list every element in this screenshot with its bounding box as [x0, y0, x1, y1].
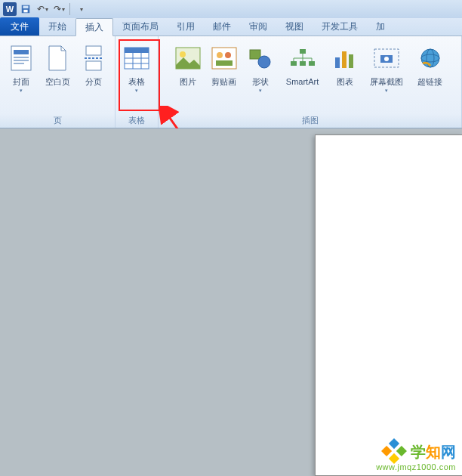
- svg-rect-29: [342, 51, 346, 68]
- svg-rect-1: [23, 6, 29, 9]
- button-label: SmartArt: [286, 77, 319, 87]
- svg-rect-24: [300, 49, 306, 54]
- chart-icon: [333, 42, 357, 74]
- svg-rect-5: [14, 57, 29, 58]
- page-break-button[interactable]: 分页: [77, 39, 110, 90]
- svg-rect-11: [125, 48, 149, 53]
- hyperlink-icon: [419, 42, 442, 74]
- svg-rect-8: [86, 46, 101, 55]
- tab-insert[interactable]: 插入: [75, 18, 113, 36]
- svg-rect-21: [216, 60, 233, 66]
- cover-page-button[interactable]: 封面 ▾: [5, 39, 38, 97]
- tab-page-layout[interactable]: 页面布局: [113, 17, 168, 36]
- page-break-icon: [83, 42, 104, 74]
- svg-point-33: [384, 57, 389, 61]
- chevron-down-icon: ▾: [62, 6, 65, 13]
- qat-customize-button[interactable]: ▾: [73, 2, 88, 16]
- group-items: 封面 ▾ 空白页 分页: [5, 39, 110, 113]
- group-label: 插图: [302, 113, 319, 126]
- button-label: 形状: [252, 77, 269, 87]
- shapes-icon: [248, 42, 273, 74]
- chevron-down-icon: ▾: [80, 6, 83, 13]
- svg-point-23: [258, 56, 270, 68]
- document-area: [0, 128, 462, 476]
- title-bar: W ↶▾ ↷▾ ▾: [0, 0, 462, 18]
- chevron-down-icon: ▾: [45, 6, 48, 13]
- button-label: 分页: [85, 77, 102, 87]
- smartart-button[interactable]: SmartArt: [280, 39, 325, 90]
- table-button[interactable]: 表格 ▾: [120, 39, 153, 97]
- qat-undo-button[interactable]: ↶▾: [35, 2, 50, 16]
- button-label: 剪贴画: [211, 77, 236, 87]
- qat-redo-button[interactable]: ↷▾: [51, 2, 66, 16]
- chevron-down-icon: ▾: [20, 88, 23, 94]
- table-icon: [124, 42, 149, 74]
- svg-rect-9: [86, 61, 101, 70]
- button-label: 空白页: [45, 77, 70, 87]
- watermark-brand: 学知网: [376, 439, 456, 462]
- button-label: 表格: [128, 77, 145, 87]
- tab-file[interactable]: 文件: [0, 17, 39, 36]
- group-label: 表格: [128, 113, 145, 126]
- svg-rect-22: [250, 50, 260, 59]
- tab-addins[interactable]: 加: [367, 17, 394, 36]
- svg-rect-28: [335, 57, 340, 68]
- svg-rect-26: [300, 61, 306, 66]
- chevron-down-icon: ▾: [259, 88, 262, 94]
- clipart-icon: [211, 42, 237, 74]
- watermark: 学知网 www.jmqz1000.com: [376, 439, 456, 471]
- watermark-logo-icon: [381, 438, 407, 464]
- svg-point-19: [217, 52, 223, 58]
- group-pages: 封面 ▾ 空白页 分页 页: [0, 36, 116, 128]
- svg-rect-30: [349, 54, 353, 68]
- blank-page-icon: [47, 42, 68, 74]
- chevron-down-icon: ▾: [135, 88, 138, 94]
- tab-mailings[interactable]: 邮件: [204, 17, 240, 36]
- clipart-button[interactable]: 剪贴画: [208, 39, 241, 90]
- qat-separator: [69, 3, 70, 15]
- group-tables: 表格 ▾ 表格: [116, 36, 159, 128]
- button-label: 屏幕截图: [370, 77, 403, 87]
- svg-rect-25: [291, 61, 297, 66]
- watermark-url: www.jmqz1000.com: [376, 462, 456, 471]
- svg-rect-27: [309, 61, 315, 66]
- qat-save-button[interactable]: [18, 2, 33, 16]
- svg-rect-4: [14, 50, 29, 54]
- tab-view[interactable]: 视图: [276, 17, 313, 36]
- group-illustrations: 图片 剪贴画 形状 ▾ SmartArt: [159, 36, 462, 128]
- svg-rect-6: [14, 60, 29, 61]
- group-label: 页: [54, 113, 62, 126]
- ribbon-tabs: 文件 开始 插入 页面布局 引用 邮件 审阅 视图 开发工具 加: [0, 18, 462, 36]
- blank-page-button[interactable]: 空白页: [41, 39, 74, 90]
- svg-rect-2: [23, 10, 27, 13]
- svg-rect-7: [14, 63, 24, 64]
- chart-button[interactable]: 图表: [328, 39, 362, 90]
- svg-point-17: [180, 51, 186, 57]
- tab-references[interactable]: 引用: [168, 17, 204, 36]
- tab-developer[interactable]: 开发工具: [313, 17, 367, 36]
- group-items: 表格 ▾: [120, 39, 153, 113]
- word-app-icon: W: [3, 2, 17, 16]
- picture-button[interactable]: 图片: [171, 39, 205, 90]
- button-label: 图片: [180, 77, 196, 87]
- document-page[interactable]: [315, 134, 462, 476]
- group-items: 图片 剪贴画 形状 ▾ SmartArt: [171, 39, 449, 113]
- smartart-icon: [289, 42, 316, 74]
- hyperlink-button[interactable]: 超链接: [411, 39, 449, 90]
- button-label: 封面: [13, 77, 29, 87]
- cover-page-icon: [11, 42, 32, 74]
- ribbon: 封面 ▾ 空白页 分页 页 表: [0, 36, 462, 128]
- chevron-down-icon: ▾: [385, 88, 388, 94]
- shapes-button[interactable]: 形状 ▾: [244, 39, 277, 97]
- tab-home[interactable]: 开始: [39, 17, 75, 36]
- screenshot-button[interactable]: 屏幕截图 ▾: [365, 39, 408, 97]
- button-label: 图表: [337, 77, 353, 87]
- screenshot-icon: [373, 42, 400, 74]
- svg-point-20: [225, 52, 231, 58]
- tab-review[interactable]: 审阅: [240, 17, 276, 36]
- button-label: 超链接: [417, 77, 442, 87]
- picture-icon: [175, 42, 201, 74]
